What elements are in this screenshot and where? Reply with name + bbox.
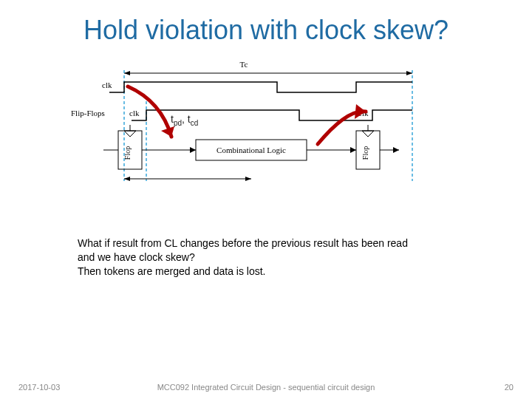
body-line-3: Then tokens are merged and data is lost. [78,265,491,279]
svg-marker-27 [393,147,399,153]
body-line-2: and we have clock skew? [78,250,491,265]
svg-marker-23 [190,147,196,153]
svg-marker-18 [362,131,374,137]
svg-text:Flip-Flops: Flip-Flops [71,109,105,117]
svg-marker-30 [245,177,251,181]
svg-marker-2 [124,71,130,75]
svg-text:clk: clk [102,81,112,89]
timing-annotation: tpd, tcd [171,113,198,127]
footer-course: MCC092 Integrated Circuit Design - seque… [157,383,375,392]
svg-text:Combinational Logic: Combinational Logic [216,146,286,154]
body-text: What if result from CL changes before th… [78,236,491,279]
svg-text:Flop: Flop [361,146,369,160]
svg-marker-29 [124,177,130,181]
footer-page: 20 [505,383,514,392]
timing-diagram: Tc clk Flip-Flops clk clk Flop Flop Comb… [66,57,532,183]
footer-date: 2017-10-03 [18,383,60,392]
svg-marker-3 [406,71,412,75]
slide-footer: 2017-10-03 MCC092 Integrated Circuit Des… [0,383,532,392]
svg-marker-25 [350,147,356,153]
svg-marker-14 [124,131,136,137]
svg-text:Tc: Tc [240,60,248,69]
slide-title: Hold violation with clock skew? [0,15,532,46]
svg-text:Flop: Flop [123,146,132,160]
body-line-1: What if result from CL changes before th… [78,236,491,250]
svg-text:clk: clk [129,109,140,117]
